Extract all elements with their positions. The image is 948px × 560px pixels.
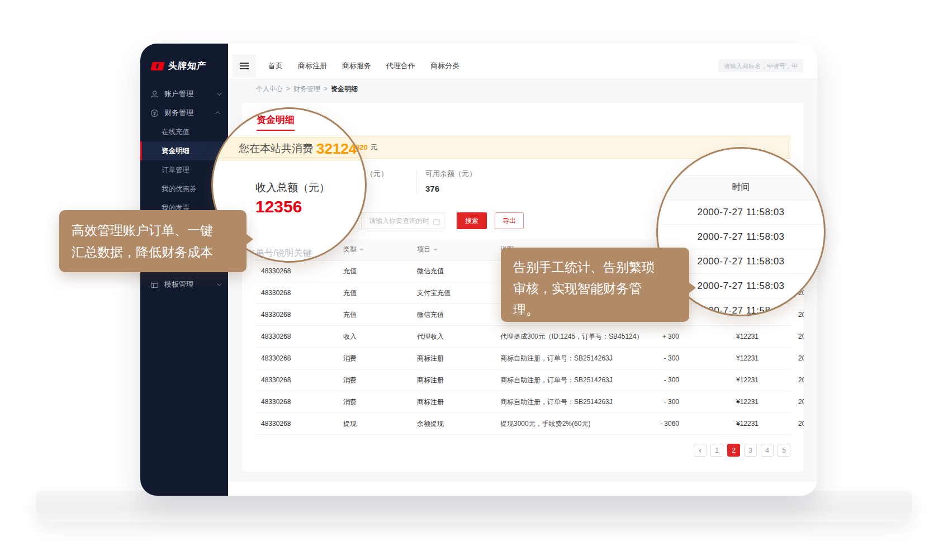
sidebar-item-label: 资金明细 <box>162 146 189 156</box>
sidebar-item-account[interactable]: 账户管理 <box>140 84 228 103</box>
cell-order: 48330268 <box>255 376 336 384</box>
brand-name: 头牌知产 <box>168 60 207 72</box>
cell-order: 48330268 <box>255 289 336 297</box>
pagination-page-4[interactable]: 4 <box>761 444 774 457</box>
cell-type: 消费 <box>336 397 412 407</box>
cell-balance: ¥12231 <box>679 420 759 428</box>
chevron-down-icon <box>217 91 221 95</box>
breadcrumb-separator: > <box>286 85 290 93</box>
nav-item-agency[interactable]: 代理合作 <box>386 61 415 71</box>
stat-expense: （元） <box>366 169 388 179</box>
table-row[interactable]: 48330268 消费 商标注册 商标自助注册，订单号：SB2514263J -… <box>255 348 790 369</box>
pagination-page-3[interactable]: 3 <box>744 444 757 457</box>
callout-right-line: 告别手工统计、告别繁琐 <box>513 257 677 278</box>
cell-time: 2000-7-27 11:58:03 <box>798 333 804 340</box>
top-navbar: 首页 商标注册 商标服务 代理合作 商标分类 <box>228 44 817 79</box>
cell-time: 2000-7-27 11:58:03 <box>798 354 804 362</box>
cell-item: 余额提现 <box>412 419 493 429</box>
table-row[interactable]: 48330268 消费 商标注册 商标自助注册，订单号：SB2514263J -… <box>255 391 790 413</box>
cell-type: 充值 <box>336 310 412 320</box>
cell-type: 消费 <box>336 354 412 363</box>
cell-amount: - 300 <box>654 354 679 362</box>
cell-desc: 商标自助注册，订单号：SB2514263J <box>493 354 654 363</box>
callout-left: 高效管理账户订单、一键 汇总数据，降低财务成本 <box>59 210 247 272</box>
brand-logo[interactable]: 头牌知产 <box>151 60 228 72</box>
hamburger-icon <box>240 63 249 64</box>
nav-item-home[interactable]: 首页 <box>268 61 283 71</box>
pagination-prev-button[interactable]: ‹ <box>694 444 707 457</box>
cell-order: 48330268 <box>255 420 336 428</box>
finance-icon <box>150 109 159 117</box>
table-row[interactable]: 48330268 收入 代理收入 代理提成300元（ID:1245，订单号：SB… <box>255 326 790 348</box>
menu-toggle-button[interactable] <box>233 54 256 78</box>
cell-amount: - 300 <box>654 398 679 406</box>
breadcrumb: 个人中心 > 财务管理 > 资金明细 <box>228 79 817 98</box>
callout-left-line: 高效管理账户订单、一键 <box>72 220 234 241</box>
magnified-time-cell: 2000-7-27 11:58:03 <box>658 225 824 249</box>
window-footer <box>228 482 817 496</box>
header-item[interactable]: 项目 <box>412 245 493 254</box>
pagination-page-2[interactable]: 2 <box>727 444 740 457</box>
cell-desc: 商标自助注册，订单号：SB2514263J <box>493 397 654 407</box>
cell-order: 48330268 <box>255 267 336 275</box>
sidebar-item-online-recharge[interactable]: 在线充值 <box>140 122 228 141</box>
stat-balance: 可用余额（元） 376 <box>425 169 476 193</box>
table-row[interactable]: 48330268 消费 商标注册 商标自助注册，订单号：SB2514263J -… <box>255 369 790 391</box>
cell-type: 收入 <box>336 332 412 341</box>
cell-balance: ¥12231 <box>679 333 759 340</box>
nav-item-trademark-service[interactable]: 商标服务 <box>342 61 371 71</box>
cell-order: 48330268 <box>255 354 336 362</box>
sidebar-item-label: 在线充值 <box>162 127 189 137</box>
cell-type: 消费 <box>336 376 412 385</box>
chevron-down-icon <box>217 281 221 286</box>
cell-balance: ¥12231 <box>679 354 759 362</box>
pagination-page-1[interactable]: 1 <box>710 444 723 457</box>
cell-type: 提现 <box>336 419 412 429</box>
cell-order: 48330268 <box>255 398 336 406</box>
callout-right-line: 审核，实现智能财务管 <box>513 278 677 299</box>
sidebar-item-finance[interactable]: 财务管理 <box>140 103 228 122</box>
pagination-page-5[interactable]: 5 <box>778 444 790 457</box>
callout-right: 告别手工统计、告别繁琐 审核，实现智能财务管 理。 <box>501 248 689 322</box>
cell-time: 2000-7-27 11:58:03 <box>798 398 804 406</box>
stat-expense-label: （元） <box>366 169 388 179</box>
banner-unit: 元 <box>371 143 377 152</box>
callout-left-line: 汇总数据，降低财务成本 <box>72 241 234 263</box>
top-nav-links: 首页 商标注册 商标服务 代理合作 商标分类 <box>268 61 459 71</box>
cell-type: 充值 <box>336 267 412 276</box>
breadcrumb-section[interactable]: 财务管理 <box>293 84 320 94</box>
cell-balance: ¥12231 <box>679 398 759 406</box>
breadcrumb-root[interactable]: 个人中心 <box>256 84 283 94</box>
breadcrumb-current: 资金明细 <box>331 84 358 94</box>
time-filter-input[interactable] <box>363 212 444 229</box>
cell-item: 商标注册 <box>412 354 493 363</box>
nav-item-trademark-register[interactable]: 商标注册 <box>298 61 327 71</box>
cell-order: 48330268 <box>255 333 336 340</box>
table-row[interactable]: 48330268 提现 余额提现 提现3000元，手续费2%(60元) - 30… <box>255 413 790 435</box>
cell-time: 2000-7-27 11:58:03 <box>798 376 804 384</box>
cell-item: 微信充值 <box>412 267 493 276</box>
nav-item-trademark-category[interactable]: 商标分类 <box>430 61 459 71</box>
cell-time: 2000-7-27 11:58:03 <box>798 420 804 428</box>
callout-right-line: 理。 <box>513 299 677 320</box>
magnified-income-value: 12356 <box>255 197 302 216</box>
user-icon <box>150 90 159 98</box>
calendar-icon <box>433 217 440 227</box>
header-type[interactable]: 类型 <box>336 245 412 254</box>
cell-amount: - 300 <box>654 376 679 384</box>
cell-desc: 代理提成300元（ID:1245，订单号：SB45124） <box>493 332 654 341</box>
magnified-banner-prefix: 您在本站共消费 <box>239 141 313 156</box>
magnified-time-header: 时间 <box>658 175 824 200</box>
sidebar-item-label: 模板管理 <box>164 279 211 290</box>
magnified-page-title: 资金明细 <box>257 113 295 131</box>
cell-item: 微信充值 <box>412 310 493 320</box>
sidebar-item-templates[interactable]: 模板管理 <box>140 275 228 294</box>
export-button[interactable]: 导出 <box>495 212 524 229</box>
search-button[interactable]: 搜索 <box>457 212 487 229</box>
sidebar-item-fund-details[interactable]: 资金明细 <box>140 141 228 160</box>
cell-item: 代理收入 <box>412 332 493 341</box>
sidebar-item-label: 账户管理 <box>164 89 211 99</box>
trademark-search-input[interactable] <box>718 59 803 72</box>
magnified-banner-value: 32124 <box>316 140 357 158</box>
sort-caret-icon <box>359 249 364 251</box>
